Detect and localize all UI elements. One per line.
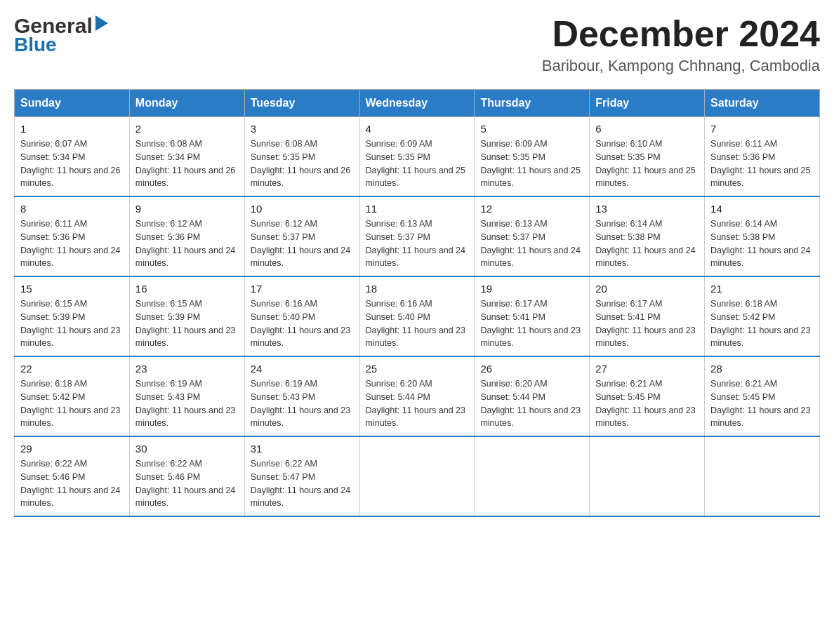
day-info: Sunrise: 6:22 AMSunset: 5:46 PMDaylight:… xyxy=(20,457,124,510)
day-info: Sunrise: 6:12 AMSunset: 5:37 PMDaylight:… xyxy=(251,217,354,270)
calendar-cell: 31 Sunrise: 6:22 AMSunset: 5:47 PMDaylig… xyxy=(244,436,359,516)
calendar-cell: 27 Sunrise: 6:21 AMSunset: 5:45 PMDaylig… xyxy=(590,356,705,436)
day-info: Sunrise: 6:22 AMSunset: 5:46 PMDaylight:… xyxy=(135,457,239,510)
month-year-title: December 2024 xyxy=(542,14,820,54)
calendar-week-row: 8 Sunrise: 6:11 AMSunset: 5:36 PMDayligh… xyxy=(15,196,820,276)
day-number: 31 xyxy=(251,443,354,455)
calendar-cell: 10 Sunrise: 6:12 AMSunset: 5:37 PMDaylig… xyxy=(244,196,359,276)
day-info: Sunrise: 6:22 AMSunset: 5:47 PMDaylight:… xyxy=(251,457,354,510)
day-number: 19 xyxy=(480,283,583,295)
day-number: 17 xyxy=(251,283,354,295)
day-number: 13 xyxy=(595,203,699,215)
calendar-week-row: 15 Sunrise: 6:15 AMSunset: 5:39 PMDaylig… xyxy=(15,276,820,356)
day-number: 25 xyxy=(366,363,469,375)
day-number: 30 xyxy=(135,443,239,455)
calendar-cell: 6 Sunrise: 6:10 AMSunset: 5:35 PMDayligh… xyxy=(590,117,705,197)
day-number: 6 xyxy=(595,123,699,135)
title-section: December 2024 Baribour, Kampong Chhnang,… xyxy=(542,14,820,75)
calendar-cell: 18 Sunrise: 6:16 AMSunset: 5:40 PMDaylig… xyxy=(359,276,475,356)
day-number: 1 xyxy=(20,123,124,135)
calendar-cell: 25 Sunrise: 6:20 AMSunset: 5:44 PMDaylig… xyxy=(359,356,475,436)
day-number: 27 xyxy=(595,363,699,375)
day-info: Sunrise: 6:10 AMSunset: 5:35 PMDaylight:… xyxy=(595,137,699,190)
calendar-cell: 22 Sunrise: 6:18 AMSunset: 5:42 PMDaylig… xyxy=(15,356,130,436)
logo-blue-text: Blue xyxy=(14,34,57,55)
calendar-cell: 12 Sunrise: 6:13 AMSunset: 5:37 PMDaylig… xyxy=(475,196,590,276)
day-number: 8 xyxy=(20,203,124,215)
calendar-week-row: 1 Sunrise: 6:07 AMSunset: 5:34 PMDayligh… xyxy=(15,117,820,197)
day-header-wednesday: Wednesday xyxy=(359,90,475,117)
day-number: 3 xyxy=(251,123,354,135)
calendar-cell xyxy=(590,436,705,516)
calendar-cell: 2 Sunrise: 6:08 AMSunset: 5:34 PMDayligh… xyxy=(129,117,244,197)
day-header-sunday: Sunday xyxy=(15,90,130,117)
day-number: 9 xyxy=(135,203,239,215)
day-number: 4 xyxy=(366,123,469,135)
day-number: 26 xyxy=(480,363,583,375)
calendar-cell: 11 Sunrise: 6:13 AMSunset: 5:37 PMDaylig… xyxy=(359,196,475,276)
calendar-week-row: 22 Sunrise: 6:18 AMSunset: 5:42 PMDaylig… xyxy=(15,356,820,436)
day-info: Sunrise: 6:09 AMSunset: 5:35 PMDaylight:… xyxy=(480,137,583,190)
svg-marker-0 xyxy=(95,15,108,31)
day-number: 2 xyxy=(135,123,239,135)
day-header-saturday: Saturday xyxy=(705,90,820,117)
calendar-cell: 30 Sunrise: 6:22 AMSunset: 5:46 PMDaylig… xyxy=(129,436,244,516)
day-number: 5 xyxy=(480,123,583,135)
day-info: Sunrise: 6:13 AMSunset: 5:37 PMDaylight:… xyxy=(480,217,583,270)
day-info: Sunrise: 6:11 AMSunset: 5:36 PMDaylight:… xyxy=(710,137,814,190)
day-info: Sunrise: 6:14 AMSunset: 5:38 PMDaylight:… xyxy=(595,217,699,270)
calendar-cell: 28 Sunrise: 6:21 AMSunset: 5:45 PMDaylig… xyxy=(705,356,820,436)
day-info: Sunrise: 6:19 AMSunset: 5:43 PMDaylight:… xyxy=(135,377,239,430)
day-info: Sunrise: 6:17 AMSunset: 5:41 PMDaylight:… xyxy=(595,297,699,350)
calendar-cell: 23 Sunrise: 6:19 AMSunset: 5:43 PMDaylig… xyxy=(129,356,244,436)
day-number: 15 xyxy=(20,283,124,295)
calendar-cell: 8 Sunrise: 6:11 AMSunset: 5:36 PMDayligh… xyxy=(15,196,130,276)
day-number: 28 xyxy=(710,363,814,375)
calendar-cell: 16 Sunrise: 6:15 AMSunset: 5:39 PMDaylig… xyxy=(129,276,244,356)
logo: General Blue xyxy=(14,14,108,55)
calendar-cell: 5 Sunrise: 6:09 AMSunset: 5:35 PMDayligh… xyxy=(475,117,590,197)
day-header-friday: Friday xyxy=(590,90,705,117)
calendar-cell: 21 Sunrise: 6:18 AMSunset: 5:42 PMDaylig… xyxy=(705,276,820,356)
day-number: 10 xyxy=(251,203,354,215)
calendar-cell: 14 Sunrise: 6:14 AMSunset: 5:38 PMDaylig… xyxy=(705,196,820,276)
location-subtitle: Baribour, Kampong Chhnang, Cambodia xyxy=(542,57,820,75)
day-info: Sunrise: 6:08 AMSunset: 5:35 PMDaylight:… xyxy=(251,137,354,190)
day-number: 7 xyxy=(710,123,814,135)
calendar-cell: 13 Sunrise: 6:14 AMSunset: 5:38 PMDaylig… xyxy=(590,196,705,276)
day-number: 14 xyxy=(710,203,814,215)
day-info: Sunrise: 6:11 AMSunset: 5:36 PMDaylight:… xyxy=(20,217,124,270)
day-info: Sunrise: 6:17 AMSunset: 5:41 PMDaylight:… xyxy=(480,297,583,350)
day-info: Sunrise: 6:15 AMSunset: 5:39 PMDaylight:… xyxy=(135,297,239,350)
day-info: Sunrise: 6:12 AMSunset: 5:36 PMDaylight:… xyxy=(135,217,239,270)
calendar-cell: 20 Sunrise: 6:17 AMSunset: 5:41 PMDaylig… xyxy=(590,276,705,356)
calendar-cell: 4 Sunrise: 6:09 AMSunset: 5:35 PMDayligh… xyxy=(359,117,475,197)
day-info: Sunrise: 6:16 AMSunset: 5:40 PMDaylight:… xyxy=(251,297,354,350)
day-number: 16 xyxy=(135,283,239,295)
day-number: 24 xyxy=(251,363,354,375)
calendar-cell: 1 Sunrise: 6:07 AMSunset: 5:34 PMDayligh… xyxy=(15,117,130,197)
day-headers-row: SundayMondayTuesdayWednesdayThursdayFrid… xyxy=(15,90,820,117)
day-info: Sunrise: 6:08 AMSunset: 5:34 PMDaylight:… xyxy=(135,137,239,190)
calendar-cell xyxy=(359,436,475,516)
day-info: Sunrise: 6:21 AMSunset: 5:45 PMDaylight:… xyxy=(710,377,814,430)
day-info: Sunrise: 6:18 AMSunset: 5:42 PMDaylight:… xyxy=(710,297,814,350)
calendar-week-row: 29 Sunrise: 6:22 AMSunset: 5:46 PMDaylig… xyxy=(15,436,820,516)
day-info: Sunrise: 6:14 AMSunset: 5:38 PMDaylight:… xyxy=(710,217,814,270)
day-info: Sunrise: 6:15 AMSunset: 5:39 PMDaylight:… xyxy=(20,297,124,350)
day-info: Sunrise: 6:13 AMSunset: 5:37 PMDaylight:… xyxy=(366,217,469,270)
calendar-cell xyxy=(475,436,590,516)
day-number: 20 xyxy=(595,283,699,295)
calendar-header: SundayMondayTuesdayWednesdayThursdayFrid… xyxy=(15,90,820,117)
day-number: 18 xyxy=(366,283,469,295)
day-number: 12 xyxy=(480,203,583,215)
calendar-body: 1 Sunrise: 6:07 AMSunset: 5:34 PMDayligh… xyxy=(15,117,820,517)
calendar-cell xyxy=(705,436,820,516)
day-info: Sunrise: 6:20 AMSunset: 5:44 PMDaylight:… xyxy=(480,377,583,430)
day-info: Sunrise: 6:07 AMSunset: 5:34 PMDaylight:… xyxy=(20,137,124,190)
day-info: Sunrise: 6:09 AMSunset: 5:35 PMDaylight:… xyxy=(366,137,469,190)
day-info: Sunrise: 6:18 AMSunset: 5:42 PMDaylight:… xyxy=(20,377,124,430)
day-number: 11 xyxy=(366,203,469,215)
calendar-cell: 7 Sunrise: 6:11 AMSunset: 5:36 PMDayligh… xyxy=(705,117,820,197)
calendar-cell: 17 Sunrise: 6:16 AMSunset: 5:40 PMDaylig… xyxy=(244,276,359,356)
